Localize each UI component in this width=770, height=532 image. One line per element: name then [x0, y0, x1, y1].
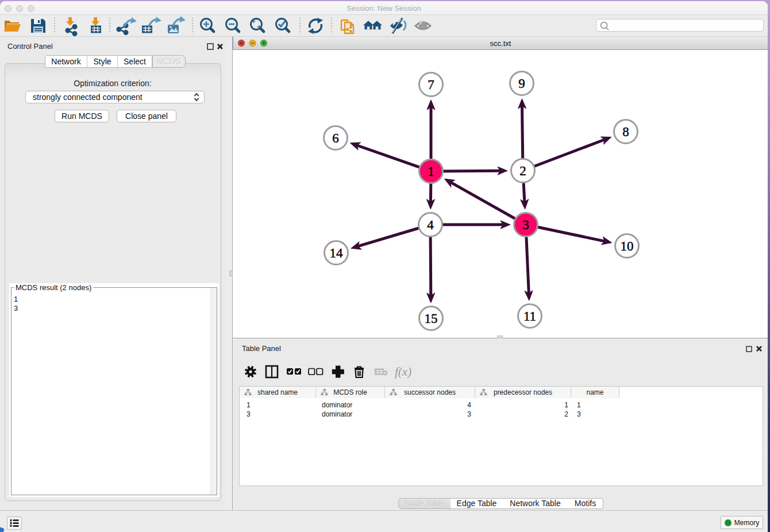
svg-text:15: 15 [425, 311, 438, 326]
svg-text:11: 11 [523, 309, 536, 323]
svg-text:8: 8 [622, 125, 629, 139]
svg-text:14: 14 [330, 246, 344, 260]
svg-text:3: 3 [522, 218, 529, 232]
svg-text:9: 9 [518, 76, 525, 91]
svg-text:f(x): f(x) [395, 365, 411, 379]
svg-text:1: 1 [428, 164, 434, 179]
svg-text:2: 2 [519, 164, 526, 178]
svg-text:6: 6 [332, 131, 339, 145]
svg-text:4: 4 [427, 218, 434, 232]
svg-text:10: 10 [621, 239, 634, 253]
svg-text:7: 7 [428, 78, 434, 92]
